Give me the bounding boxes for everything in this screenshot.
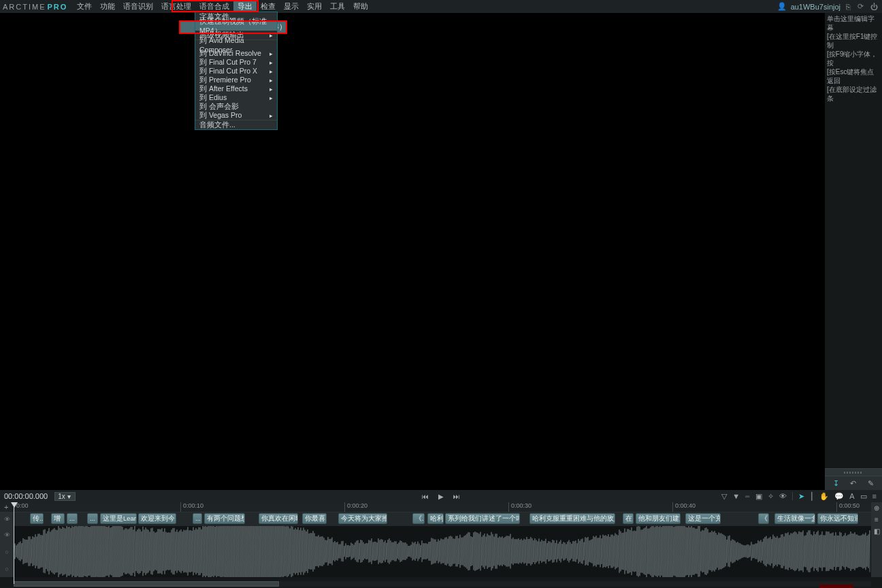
- menu-to-avid[interactable]: 到 Avid Media Composer: [195, 40, 277, 49]
- label: 到 Premiere Pro: [199, 76, 251, 85]
- timecode-display: 00:00:00.000: [4, 492, 48, 500]
- subtitle-clip[interactable]: 在...: [623, 513, 634, 524]
- time-ruler[interactable]: + 0:000:00:100:00:200:00:300:00:400:00:5…: [0, 502, 882, 512]
- subtitle-clip[interactable]: 今天将为大家推荐...: [338, 513, 387, 524]
- tool-color-icon[interactable]: ◧: [874, 527, 880, 535]
- menu-function[interactable]: 功能: [96, 0, 119, 13]
- tool-align-icon[interactable]: ≡: [875, 516, 879, 523]
- tool-clip-icon[interactable]: ▭: [860, 492, 867, 501]
- subtitle-clip[interactable]: 这里是Learni: [100, 513, 137, 524]
- subtitle-clip[interactable]: 哈利...: [427, 513, 444, 524]
- transport-bar: 00:00:00.000 1x ▾ ⏮ ▶ ⏭ ▽ ▼ ⎓ ▣ ✧ 👁 ➤ ⎮ …: [0, 490, 882, 502]
- lock-icon[interactable]: ○: [5, 566, 8, 572]
- subtitle-clip[interactable]: 增: [51, 513, 65, 524]
- next-button[interactable]: ⏭: [453, 493, 460, 500]
- eye-icon[interactable]: 👁: [4, 532, 10, 538]
- user-icon[interactable]: 👤: [777, 2, 787, 11]
- tip-line: [在这里按F1键控制: [827, 32, 880, 50]
- power-icon[interactable]: ⏻: [869, 3, 879, 11]
- tip-line: [在底部设定过滤条: [827, 85, 880, 103]
- label: 到 Vegas Pro: [199, 111, 242, 120]
- toolbar-right: ▽ ▼ ⎓ ▣ ✧ 👁 ➤ ⎮ ✋ 💬 A ▭ ≡: [721, 492, 878, 501]
- tool-edit-icon[interactable]: ✎: [868, 479, 874, 488]
- tool-zoom-icon[interactable]: ⊕: [874, 504, 879, 512]
- sidebar-splitter[interactable]: [825, 468, 882, 476]
- tool-link-icon[interactable]: ⎓: [745, 492, 750, 500]
- playhead[interactable]: [14, 502, 14, 584]
- menu-display[interactable]: 显示: [280, 0, 303, 13]
- subtitle-clip[interactable]: 有两个问题想...: [204, 513, 245, 524]
- menu-to-edius[interactable]: 到 Edius▸: [195, 93, 277, 102]
- topbar: ARCTIME PRO 文件 功能 语音识别 语言处理 语音合成 导出 检查 显…: [0, 0, 882, 13]
- chevron-right-icon: ▸: [270, 112, 273, 119]
- play-button[interactable]: ▶: [438, 493, 444, 500]
- tool-magic-icon[interactable]: ✧: [768, 492, 774, 501]
- refresh-icon[interactable]: ⟳: [856, 2, 865, 11]
- menu-to-premiere[interactable]: 到 Premiere Pro▸: [195, 76, 277, 84]
- subtitle-clip[interactable]: 你永远不知道...: [817, 513, 858, 524]
- tool-pointer-icon[interactable]: ➤: [798, 492, 804, 501]
- label: 到 After Effects: [199, 84, 248, 94]
- menu-language[interactable]: 语言处理: [157, 0, 195, 13]
- label: 到 Edius: [199, 93, 227, 103]
- tool-marker-icon[interactable]: ▼: [732, 492, 740, 500]
- tool-hand-icon[interactable]: ✋: [819, 492, 829, 501]
- subtitle-clip[interactable]: 《...: [412, 513, 425, 524]
- menu-utility[interactable]: 实用: [303, 0, 326, 13]
- tip-line: 单击这里编辑字幕: [827, 14, 880, 32]
- tool-split-icon[interactable]: ⎮: [810, 492, 814, 501]
- subtitle-clip[interactable]: 生活就像一盒...: [774, 513, 815, 524]
- share-icon[interactable]: ⎘: [845, 3, 852, 11]
- subtitle-clip[interactable]: 这是一个充满: [685, 513, 721, 524]
- tool-camera-icon[interactable]: ▣: [755, 492, 762, 501]
- menu-to-fcpx[interactable]: 到 Final Cut Pro X▸: [195, 67, 277, 76]
- menu-to-ae[interactable]: 到 After Effects▸: [195, 84, 277, 93]
- separator: [792, 492, 793, 500]
- tool-chat-icon[interactable]: 💬: [834, 492, 844, 501]
- tool-text-icon[interactable]: A: [849, 492, 854, 500]
- timeline-scrollbar[interactable]: [14, 581, 871, 587]
- subtitle-clip[interactable]: ...: [67, 513, 78, 524]
- subtitle-clip[interactable]: ...: [87, 513, 98, 524]
- eye-icon[interactable]: 👁: [4, 516, 10, 523]
- tool-insert-icon[interactable]: ↧: [833, 479, 839, 488]
- speed-selector[interactable]: 1x ▾: [54, 492, 75, 501]
- subtitle-clip[interactable]: 你真欢在闲暇: [259, 513, 298, 524]
- subtitle-clip[interactable]: 系列给我们讲述了一个叫哈...: [445, 513, 520, 524]
- tool-list-icon[interactable]: ≡: [872, 492, 877, 500]
- sidebar-tips[interactable]: 单击这里编辑字幕 [在这里按F1键控制 [按F9缩小字体，按 [按Esc键将焦点…: [825, 13, 882, 468]
- video-preview[interactable]: [0, 13, 825, 490]
- drag-handle-icon: [844, 472, 863, 474]
- menu-file[interactable]: 文件: [73, 0, 96, 13]
- sidebar-tools: ↧ ↶ ✎: [825, 476, 882, 490]
- timeline-side-tools: ⊕ ≡ ◧: [871, 502, 882, 577]
- menu-tools[interactable]: 工具: [326, 0, 349, 13]
- user-name[interactable]: au1WBu7sinjoj: [791, 3, 840, 11]
- menu-to-vegas[interactable]: 到 Vegas Pro▸: [195, 111, 277, 120]
- tool-filter-icon[interactable]: ▽: [721, 492, 727, 501]
- menu-to-hsh[interactable]: 到 会声会影: [195, 102, 277, 111]
- menu-to-fcp7[interactable]: 到 Final Cut Pro 7▸: [195, 58, 277, 67]
- logo-text-arc: ARCTIME: [3, 3, 46, 11]
- subtitle-clip[interactable]: 传...: [30, 513, 44, 524]
- subtitle-track[interactable]: 传...增......这里是Learni欢迎来到今......有两个问题想...…: [14, 512, 871, 526]
- subtitle-clip[interactable]: ...: [193, 513, 202, 524]
- menu-quick-mp4[interactable]: 快速压制视频（标准MP4）: [195, 22, 277, 31]
- tool-eye-icon[interactable]: 👁: [779, 492, 787, 500]
- subtitle-clip[interactable]: 欢迎来到今...: [138, 513, 176, 524]
- menu-audio-file[interactable]: 音频文件...: [195, 120, 277, 129]
- timeline: + 0:000:00:100:00:200:00:300:00:400:00:5…: [0, 502, 882, 588]
- subtitle-clip[interactable]: 你最喜...: [302, 513, 327, 524]
- tool-undo-icon[interactable]: ↶: [850, 479, 856, 488]
- scrollbar-thumb[interactable]: [14, 581, 279, 587]
- menu-asr[interactable]: 语音识别: [119, 0, 157, 13]
- subtitle-clip[interactable]: 《...: [758, 513, 769, 524]
- prev-button[interactable]: ⏮: [422, 493, 429, 500]
- subtitle-clip[interactable]: 他和朋友们建立...: [636, 513, 681, 524]
- subtitle-clip[interactable]: 哈利克服重重困难与他的敌人伏...: [529, 513, 615, 524]
- lock-icon[interactable]: ○: [5, 549, 8, 555]
- add-marker-icon[interactable]: +: [4, 503, 8, 511]
- chevron-right-icon: ▸: [270, 59, 273, 66]
- menu-help[interactable]: 帮助: [349, 0, 372, 13]
- audio-track[interactable]: [14, 526, 871, 577]
